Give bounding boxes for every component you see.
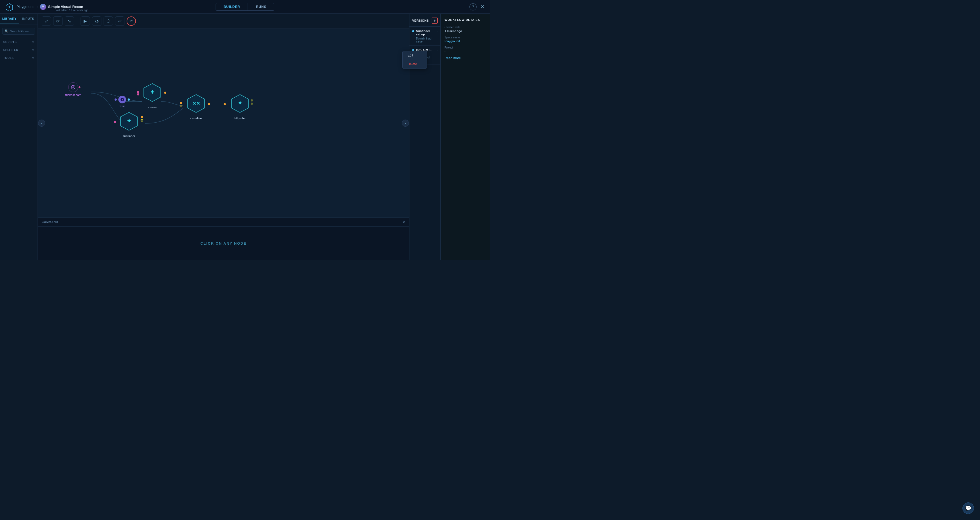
versions-header: VERSIONS + xyxy=(409,14,441,27)
workflow-name: Simple Visual Recon xyxy=(48,5,83,9)
collapse-left-button[interactable]: ‹ xyxy=(38,120,45,127)
httprobe-node[interactable]: ✦ httprobe xyxy=(230,93,250,120)
workflow-details-panel: WORKFLOW DETAILS Created date 1 minute a… xyxy=(441,14,490,260)
true-node[interactable]: ✦ true xyxy=(114,96,130,108)
version-item-1[interactable]: Subfinder set up ··· Domain input value xyxy=(409,27,441,46)
svg-text:T: T xyxy=(8,5,10,9)
main-layout: LIBRARY INPUTS 🔍 SCRIPTS ∨ SPLITTER ∨ TO… xyxy=(0,14,490,260)
subfinder-label: subfinder xyxy=(123,134,135,138)
topbar-actions: ? ✕ xyxy=(469,3,485,10)
expand-button[interactable]: ⤡ xyxy=(65,16,74,26)
created-date-row: Created date 1 minute ago xyxy=(444,26,486,33)
svg-text:✕✕: ✕✕ xyxy=(192,101,200,106)
play-button[interactable]: ▶ xyxy=(81,16,90,26)
add-version-button[interactable]: + xyxy=(432,18,438,24)
svg-point-13 xyxy=(164,92,166,94)
version-menu-button-1[interactable]: ··· xyxy=(434,29,438,33)
cat-label: cat-all-in xyxy=(191,116,202,120)
version-desc-1: Domain input value xyxy=(412,37,438,43)
svg-text:✦: ✦ xyxy=(127,118,132,124)
svg-point-24 xyxy=(224,103,226,105)
close-button[interactable]: ✕ xyxy=(480,4,485,10)
sidebar-tab-library[interactable]: LIBRARY xyxy=(0,14,19,24)
cat-output-dot xyxy=(207,102,211,106)
project-key: Project xyxy=(444,46,486,49)
httprobe-hex-icon: ✦ xyxy=(230,93,250,114)
svg-point-8 xyxy=(128,99,130,100)
svg-point-3 xyxy=(72,86,74,88)
amass-node[interactable]: ✦ amass xyxy=(142,82,162,109)
help-button[interactable]: ? xyxy=(469,3,477,10)
version-dot-1 xyxy=(412,30,414,32)
subfinder-node[interactable]: ✦ subfinder xyxy=(119,111,139,138)
cat-all-in-node[interactable]: ✕✕ cat-all-in xyxy=(186,93,206,120)
shuffle-button[interactable]: ⇄ xyxy=(53,16,62,26)
subfinder-output-dots xyxy=(140,115,144,122)
search-input[interactable] xyxy=(10,30,33,33)
version-name-1: Subfinder set up xyxy=(416,29,433,36)
amass-output-dots xyxy=(164,91,167,96)
timer-button[interactable]: ◔ xyxy=(92,16,102,26)
splitter-chevron-icon: ∨ xyxy=(32,49,34,51)
space-name-value[interactable]: Playground xyxy=(444,40,486,43)
versions-panel: VERSIONS + Subfinder set up ··· Domain i… xyxy=(409,14,441,260)
tab-builder[interactable]: BUILDER xyxy=(216,3,248,11)
collapse-right-button[interactable]: › xyxy=(402,120,409,127)
command-body: CLICK ON ANY NODE xyxy=(38,227,409,260)
project-value: - xyxy=(444,49,486,53)
svg-point-4 xyxy=(79,86,81,88)
svg-point-18 xyxy=(141,119,143,121)
subfinder-hex-icon: ✦ xyxy=(119,111,139,132)
command-title: COMMAND xyxy=(41,220,58,223)
context-delete-button[interactable]: Delete xyxy=(402,60,427,69)
workflow-connections xyxy=(38,29,409,217)
created-date-value: 1 minute ago xyxy=(444,29,486,33)
svg-text:✦: ✦ xyxy=(121,99,123,101)
svg-point-23 xyxy=(208,103,210,105)
sidebar-tab-inputs[interactable]: INPUTS xyxy=(19,14,38,24)
search-bar[interactable]: 🔍 xyxy=(2,28,35,35)
logo-icon: T xyxy=(5,3,13,11)
svg-point-19 xyxy=(180,102,182,104)
command-hint: CLICK ON ANY NODE xyxy=(200,241,247,246)
trickest-label: trickest.com xyxy=(65,93,81,97)
fit-view-button[interactable]: ⤢ xyxy=(41,16,51,26)
topbar-tabs: BUILDER RUNS xyxy=(216,3,274,11)
save-button[interactable]: ⬡ xyxy=(103,16,113,26)
project-row: Project - xyxy=(444,46,486,53)
tab-runs[interactable]: RUNS xyxy=(248,3,274,11)
search-icon: 🔍 xyxy=(5,29,8,33)
svg-point-20 xyxy=(180,105,182,107)
read-more-link[interactable]: Read more xyxy=(444,56,486,60)
cat-hex-icon: ✕✕ xyxy=(186,93,206,114)
svg-point-28 xyxy=(251,102,253,105)
last-edited: Last edited 17 seconds ago xyxy=(55,9,88,12)
history-button[interactable]: ⟳ xyxy=(127,16,136,26)
svg-point-9 xyxy=(137,91,139,93)
version-menu-button-2[interactable]: ··· xyxy=(434,48,438,52)
workflow-avatar: V xyxy=(40,4,46,10)
tools-chevron-icon: ∨ xyxy=(32,57,34,59)
section-splitter[interactable]: SPLITTER ∨ xyxy=(0,46,38,54)
svg-point-27 xyxy=(251,99,253,102)
command-panel: COMMAND ∨ CLICK ON ANY NODE xyxy=(38,217,409,260)
brand-name[interactable]: Playground xyxy=(16,5,35,9)
trickest-input-node[interactable]: trickest.com xyxy=(65,82,81,97)
amass-label: amass xyxy=(148,105,156,109)
undo-button[interactable]: ↩ xyxy=(115,16,124,26)
true-icon: ✦ xyxy=(118,96,126,104)
section-tools[interactable]: TOOLS ∨ xyxy=(0,54,38,62)
topbar: T Playground › V Simple Visual Recon Las… xyxy=(0,0,490,14)
created-date-key: Created date xyxy=(444,26,486,29)
httprobe-output-dots xyxy=(250,99,254,105)
svg-point-14 xyxy=(114,121,116,123)
context-edit-button[interactable]: Edit xyxy=(402,51,427,60)
canvas-main[interactable]: trickest.com ✦ true xyxy=(38,29,409,217)
section-scripts[interactable]: SCRIPTS ∨ xyxy=(0,38,38,46)
trickest-output-dot xyxy=(78,86,82,89)
space-name-key: Space name xyxy=(444,36,486,39)
cat-input-dots xyxy=(179,101,186,107)
command-header: COMMAND ∨ xyxy=(38,218,409,227)
true-label: true xyxy=(120,104,125,108)
svg-point-10 xyxy=(137,93,139,96)
